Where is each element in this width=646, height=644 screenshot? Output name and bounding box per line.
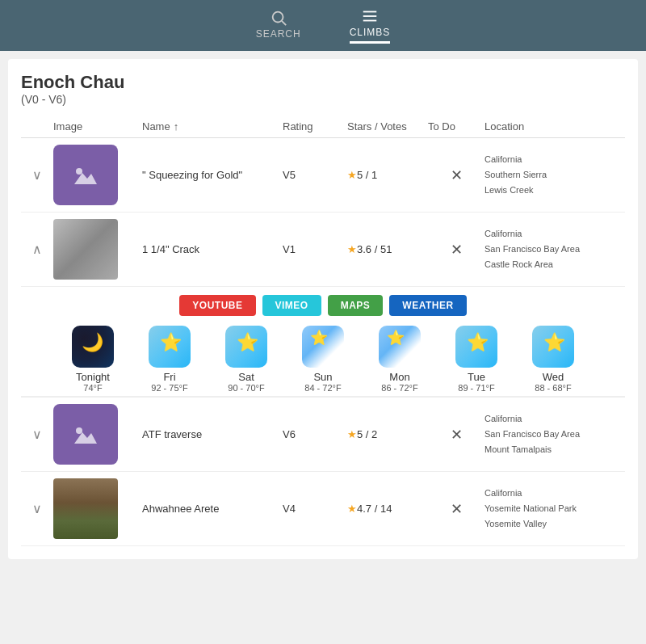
climb-todo[interactable]: ✕ bbox=[428, 500, 484, 518]
weather-label: Mon bbox=[389, 371, 409, 383]
climb-rating: V1 bbox=[283, 243, 347, 255]
climb-rating: V6 bbox=[283, 428, 347, 440]
tab-search[interactable]: SEARCH bbox=[256, 9, 301, 43]
table-row: ∨ " Squeezing for Gold" V5 ★5 / 1 ✕ Cali… bbox=[21, 138, 625, 213]
weather-day: Tonight 74°F bbox=[59, 326, 128, 393]
climb-name: ATF traverse bbox=[142, 428, 283, 440]
col-location: Location bbox=[484, 120, 625, 133]
climb-name: 1 1/4" Crack bbox=[142, 243, 283, 255]
climb-todo[interactable]: ✕ bbox=[428, 166, 484, 184]
weather-day: Sat 90 - 70°F bbox=[212, 326, 281, 393]
media-buttons: YOUTUBE VIMEO MAPS WEATHER bbox=[21, 287, 625, 321]
weather-temp: 90 - 70°F bbox=[228, 383, 264, 393]
main-content: Enoch Chau (V0 - V6) Image Name ↑ Rating… bbox=[8, 59, 638, 559]
table-header: Image Name ↑ Rating Stars / Votes To Do … bbox=[21, 116, 625, 138]
weather-temp: 88 - 68°F bbox=[535, 383, 571, 393]
weather-button[interactable]: WEATHER bbox=[389, 295, 466, 316]
weather-icon-sunny bbox=[532, 326, 574, 368]
table-row: ∨ Ahwahnee Arete V4 ★4.7 / 14 ✕ Californ… bbox=[21, 472, 625, 546]
row-chevron[interactable]: ∧ bbox=[21, 242, 53, 257]
row-chevron[interactable]: ∨ bbox=[21, 427, 53, 442]
weather-icon-sunny bbox=[149, 326, 191, 368]
climb-location: California San Francisco Bay Area Castle… bbox=[484, 226, 625, 271]
table-row: ∧ 1 1/4" Crack V1 ★3.6 / 51 ✕ California… bbox=[21, 213, 625, 287]
weather-icon-sunny bbox=[455, 326, 497, 368]
weather-temp: 92 - 75°F bbox=[151, 383, 187, 393]
svg-point-6 bbox=[76, 427, 82, 434]
svg-point-0 bbox=[272, 11, 283, 22]
row-chevron[interactable]: ∨ bbox=[21, 501, 53, 516]
weather-temp: 89 - 71°F bbox=[458, 383, 494, 393]
tab-climbs[interactable]: CLIMBS bbox=[350, 7, 391, 44]
climb-rating: V4 bbox=[283, 503, 347, 515]
col-todo: To Do bbox=[428, 120, 484, 133]
weather-label: Tue bbox=[468, 371, 485, 383]
sort-icon: ↑ bbox=[174, 120, 179, 133]
climb-location: California San Francisco Bay Area Mount … bbox=[484, 411, 625, 457]
col-image: Image bbox=[53, 120, 142, 133]
weather-temp: 86 - 72°F bbox=[381, 383, 417, 393]
climb-name: " Squeezing for Gold" bbox=[142, 169, 283, 181]
climb-rating: V5 bbox=[283, 169, 347, 181]
svg-point-5 bbox=[76, 168, 82, 175]
climb-todo[interactable]: ✕ bbox=[428, 426, 484, 444]
maps-button[interactable]: MAPS bbox=[328, 295, 384, 316]
row-chevron[interactable]: ∨ bbox=[21, 167, 53, 183]
table-row: ∨ ATF traverse V6 ★5 / 2 ✕ California Sa… bbox=[21, 398, 625, 472]
climb-image-photo bbox=[53, 219, 118, 280]
svg-line-1 bbox=[282, 21, 286, 25]
weather-label: Tonight bbox=[76, 371, 110, 383]
weather-label: Sat bbox=[238, 371, 254, 383]
climb-name: Ahwahnee Arete bbox=[142, 503, 283, 515]
climb-location: California Southern Sierra Lewis Creek bbox=[484, 152, 625, 197]
climber-name: Enoch Chau bbox=[21, 72, 625, 93]
tab-search-label: SEARCH bbox=[256, 28, 301, 40]
climb-stars: ★3.6 / 51 bbox=[347, 243, 428, 255]
tab-climbs-label: CLIMBS bbox=[350, 27, 391, 38]
weather-temp: 84 - 72°F bbox=[304, 383, 341, 393]
app-header: SEARCH CLIMBS bbox=[0, 0, 646, 51]
col-stars: Stars / Votes bbox=[347, 120, 428, 133]
col-rating: Rating bbox=[283, 120, 347, 133]
weather-row: Tonight 74°F Fri 92 - 75°F Sat 90 - 70°F… bbox=[21, 321, 625, 397]
weather-icon-cloud bbox=[302, 326, 344, 368]
climb-image-photo bbox=[53, 478, 118, 539]
climber-range: (V0 - V6) bbox=[21, 93, 625, 106]
climb-stars: ★5 / 2 bbox=[347, 428, 428, 440]
col-name[interactable]: Name ↑ bbox=[142, 120, 283, 133]
climb-todo[interactable]: ✕ bbox=[428, 241, 484, 259]
weather-icon-sunny bbox=[225, 326, 267, 368]
weather-temp: 74°F bbox=[83, 383, 102, 393]
weather-label: Fri bbox=[163, 371, 175, 383]
weather-icon-cloud bbox=[379, 326, 421, 368]
weather-day: Tue 89 - 71°F bbox=[443, 326, 511, 393]
climb-location: California Yosemite National Park Yosemi… bbox=[484, 486, 625, 531]
climb-stars: ★5 / 1 bbox=[347, 169, 428, 181]
weather-day: Sun 84 - 72°F bbox=[289, 326, 358, 393]
expanded-section: YOUTUBE VIMEO MAPS WEATHER Tonight 74°F … bbox=[21, 287, 625, 398]
weather-day: Mon 86 - 72°F bbox=[366, 326, 434, 393]
weather-label: Sun bbox=[313, 371, 332, 383]
weather-day: Fri 92 - 75°F bbox=[136, 326, 204, 393]
youtube-button[interactable]: YOUTUBE bbox=[179, 295, 255, 316]
vimeo-button[interactable]: VIMEO bbox=[262, 295, 321, 316]
weather-day: Wed 88 - 68°F bbox=[519, 326, 588, 393]
climb-image-placeholder bbox=[53, 145, 118, 205]
weather-icon-night bbox=[72, 326, 114, 368]
climb-stars: ★4.7 / 14 bbox=[347, 503, 428, 515]
weather-label: Wed bbox=[543, 371, 564, 383]
climb-image-placeholder bbox=[53, 404, 118, 465]
